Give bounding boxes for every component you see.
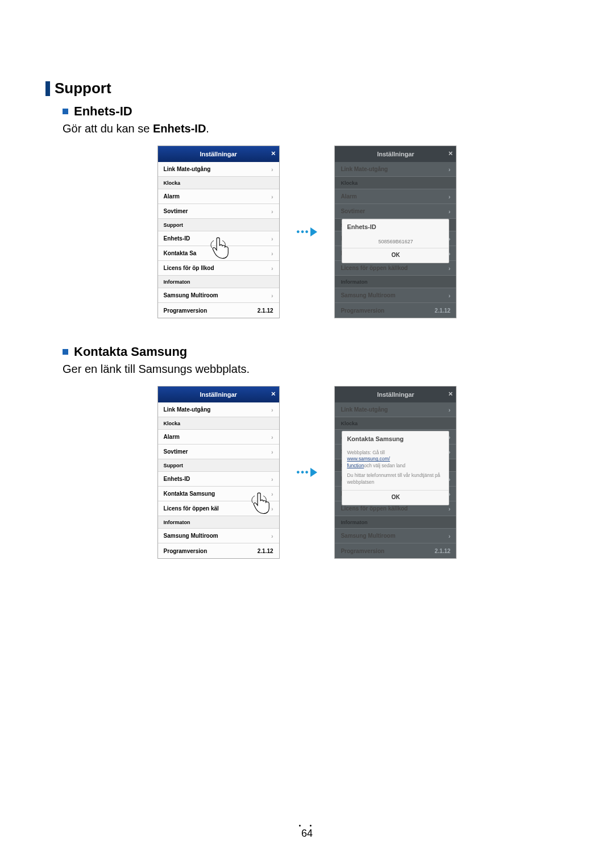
popup-link2[interactable]: function bbox=[347, 463, 364, 468]
app-header: Inställningar × bbox=[158, 387, 279, 402]
row-label: Licens för öp llkod bbox=[164, 265, 214, 271]
row-label: Sovtimer bbox=[341, 208, 365, 214]
row-label: Klocka bbox=[164, 180, 181, 186]
row-kontakta[interactable]: Kontakta Samsung› bbox=[158, 487, 279, 501]
popup-line2: Du hittar telefonnumret till vår kundtjä… bbox=[347, 472, 440, 484]
popup-title: Kontakta Samsung bbox=[342, 431, 449, 445]
chevron-right-icon: › bbox=[271, 292, 273, 299]
arrow-separator: ••• bbox=[297, 227, 318, 237]
chevron-right-icon: › bbox=[271, 448, 273, 455]
desc-bold: Enhets-ID bbox=[153, 122, 206, 135]
app-header: Inställningar × bbox=[335, 387, 456, 402]
phone-settings-1a: Inställningar × Link Mate-utgång› Klocka… bbox=[157, 146, 280, 318]
row-label: Programversion bbox=[164, 308, 208, 314]
chevron-right-icon: › bbox=[271, 505, 273, 512]
row-linkmate: Link Mate-utgång› bbox=[335, 402, 456, 417]
sub-title-enhetsid: Enhets-ID bbox=[74, 104, 132, 119]
close-icon[interactable]: × bbox=[449, 389, 453, 398]
row-label: Samsung Multiroom bbox=[164, 533, 218, 539]
row-label: Licens för öppen källkod bbox=[341, 265, 408, 271]
popup-ok-button[interactable]: OK bbox=[342, 248, 449, 263]
popup-title: Enhets-ID bbox=[342, 219, 449, 233]
row-label: Support bbox=[164, 463, 184, 468]
desc-text: Gör att du kan se bbox=[63, 122, 153, 135]
row-sovtimer[interactable]: Sovtimer› bbox=[158, 445, 279, 459]
row-support-hdr: Support bbox=[158, 219, 279, 231]
chevron-right-icon: › bbox=[271, 166, 273, 173]
row-linkmate: Link Mate-utgång› bbox=[335, 162, 456, 177]
version-value: 2.1.12 bbox=[435, 548, 451, 554]
row-enhetsid[interactable]: Enhets-ID› bbox=[158, 231, 279, 246]
row-version: Programversion2.1.12 bbox=[158, 303, 279, 318]
row-label: Link Mate-utgång bbox=[341, 166, 388, 172]
chevron-right-icon: › bbox=[449, 406, 451, 413]
row-label: Sovtimer bbox=[164, 208, 188, 214]
chevron-right-icon: › bbox=[271, 235, 273, 242]
row-linkmate[interactable]: Link Mate-utgång› bbox=[158, 162, 279, 177]
app-title: Inställningar bbox=[200, 151, 237, 157]
phone-settings-1b: Inställningar × Link Mate-utgång› Klocka… bbox=[334, 146, 457, 318]
desc-suffix: . bbox=[206, 122, 209, 135]
row-licens[interactable]: Licens för öppen käl› bbox=[158, 501, 279, 516]
row-label: Alarm bbox=[164, 434, 180, 440]
row-info-hdr: Informaton bbox=[335, 276, 456, 288]
row-klocka-hdr: Klocka bbox=[335, 417, 456, 430]
row-label: Kontakta Samsung bbox=[164, 491, 215, 497]
row-alarm[interactable]: Alarm› bbox=[158, 430, 279, 445]
popup-device-id: 508569B61627 bbox=[342, 233, 449, 246]
dots-icon: ••• bbox=[297, 227, 310, 237]
row-label: Klocka bbox=[164, 421, 181, 426]
sub-title-kontakta: Kontakta Samsung bbox=[74, 344, 187, 359]
app-header: Inställningar × bbox=[158, 146, 279, 162]
row-label: Informaton bbox=[341, 520, 367, 525]
app-header: Inställningar × bbox=[335, 146, 456, 162]
figure-row-2: Inställningar × Link Mate-utgång› Klocka… bbox=[45, 386, 569, 559]
popup-enhetsid: Enhets-ID 508569B61627 OK bbox=[342, 219, 449, 263]
sub-header-enhetsid: Enhets-ID bbox=[63, 104, 569, 119]
chevron-right-icon: › bbox=[449, 193, 451, 200]
popup-ok-button[interactable]: OK bbox=[342, 490, 449, 505]
row-kontakta[interactable]: Kontakta Sa› bbox=[158, 246, 279, 261]
chevron-right-icon: › bbox=[271, 434, 273, 441]
chevron-right-icon: › bbox=[271, 208, 273, 215]
popup-kontakta: Kontakta Samsung Webbplats: Gå till www.… bbox=[342, 431, 449, 505]
row-klocka-hdr: Klocka bbox=[158, 417, 279, 430]
phone-settings-2b: Inställningar × Link Mate-utgång› Klocka… bbox=[334, 386, 457, 559]
chevron-right-icon: › bbox=[449, 208, 451, 215]
row-label: Informaton bbox=[341, 279, 367, 285]
app-title: Inställningar bbox=[377, 151, 414, 157]
row-label: Samsung Multiroom bbox=[164, 292, 218, 298]
section-header: Support bbox=[45, 80, 569, 97]
section-bar-icon bbox=[45, 81, 50, 96]
bullet-icon bbox=[63, 349, 68, 355]
popup-link1[interactable]: www.samsung.com/ bbox=[347, 456, 390, 462]
row-licens[interactable]: Licens för öp llkod› bbox=[158, 261, 279, 276]
chevron-right-icon: › bbox=[271, 533, 273, 539]
page-footer: • • 64 bbox=[0, 822, 614, 840]
row-info-hdr: Informaton bbox=[158, 516, 279, 529]
row-multiroom[interactable]: Samsung Multiroom› bbox=[158, 529, 279, 543]
chevron-right-icon: › bbox=[271, 265, 273, 272]
figure-row-1: Inställningar × Link Mate-utgång› Klocka… bbox=[45, 146, 569, 318]
row-label: Link Mate-utgång bbox=[164, 166, 211, 172]
row-version: Programversion2.1.12 bbox=[335, 303, 456, 318]
row-multiroom[interactable]: Samsung Multiroom› bbox=[158, 288, 279, 303]
row-alarm[interactable]: Alarm› bbox=[158, 189, 279, 204]
row-linkmate[interactable]: Link Mate-utgång› bbox=[158, 402, 279, 417]
close-icon[interactable]: × bbox=[271, 389, 276, 398]
version-value: 2.1.12 bbox=[258, 308, 273, 314]
row-label: Samsung Multiroom bbox=[341, 292, 395, 298]
app-title: Inställningar bbox=[377, 391, 414, 398]
chevron-right-icon: › bbox=[271, 250, 273, 257]
close-icon[interactable]: × bbox=[449, 149, 453, 157]
dots-icon: ••• bbox=[297, 467, 310, 477]
row-label: Informaton bbox=[164, 279, 190, 285]
row-label: Alarm bbox=[341, 193, 356, 200]
row-sovtimer[interactable]: Sovtimer› bbox=[158, 204, 279, 219]
sub-desc-enhetsid: Gör att du kan se Enhets-ID. bbox=[63, 122, 569, 135]
row-enhetsid[interactable]: Enhets-ID› bbox=[158, 472, 279, 487]
popup-body: Webbplats: Gå till www.samsung.com/ func… bbox=[342, 445, 449, 488]
phone-settings-2a: Inställningar × Link Mate-utgång› Klocka… bbox=[157, 386, 280, 559]
close-icon[interactable]: × bbox=[271, 149, 276, 157]
chevron-right-icon: › bbox=[271, 406, 273, 413]
